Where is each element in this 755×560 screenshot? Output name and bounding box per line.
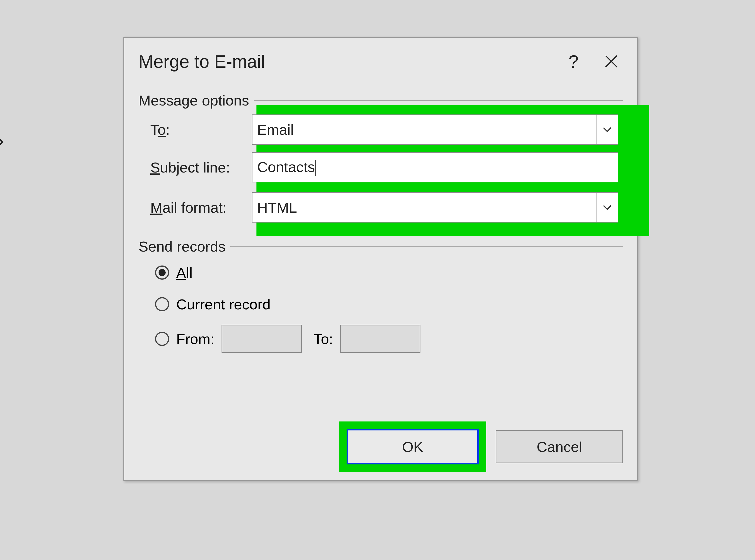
background-document-text: ess» bbox=[0, 128, 4, 153]
close-button[interactable] bbox=[592, 38, 630, 85]
radio-from[interactable] bbox=[155, 332, 169, 346]
send-records-label: Send records bbox=[139, 238, 623, 255]
mail-format-value: HTML bbox=[257, 199, 596, 216]
message-options-group: Message options To: Email Subject line: … bbox=[139, 92, 623, 226]
subject-value: Contacts bbox=[257, 159, 613, 176]
mail-format-row: Mail format: HTML bbox=[139, 188, 623, 226]
to-row: To: Email bbox=[139, 111, 623, 148]
radio-current-label: Current record bbox=[176, 296, 271, 313]
group-divider bbox=[230, 246, 623, 247]
radio-from-row[interactable]: From: To: bbox=[139, 320, 623, 358]
cancel-button[interactable]: Cancel bbox=[496, 430, 623, 463]
radio-all-row[interactable]: All bbox=[139, 257, 623, 288]
to-combobox[interactable]: Email bbox=[252, 115, 618, 145]
message-options-label-text: Message options bbox=[139, 92, 249, 109]
send-records-label-text: Send records bbox=[139, 238, 226, 255]
dialog-titlebar: Merge to E-mail ? bbox=[124, 38, 637, 85]
radio-dot-icon bbox=[159, 269, 166, 276]
from-input[interactable] bbox=[222, 325, 302, 353]
help-button[interactable]: ? bbox=[555, 38, 592, 85]
chevron-down-icon bbox=[596, 193, 618, 222]
mail-format-combobox[interactable]: HTML bbox=[252, 192, 618, 222]
to-range-input[interactable] bbox=[340, 325, 421, 353]
to-value: Email bbox=[257, 121, 596, 138]
radio-all[interactable] bbox=[155, 265, 169, 280]
tutorial-highlight-ok: OK bbox=[339, 421, 486, 472]
chevron-down-icon bbox=[596, 115, 618, 144]
radio-from-label: From: bbox=[176, 331, 215, 347]
radio-current-row[interactable]: Current record bbox=[139, 288, 623, 320]
dialog-body: Message options To: Email Subject line: … bbox=[124, 92, 637, 358]
dialog-title: Merge to E-mail bbox=[139, 51, 555, 72]
ok-button[interactable]: OK bbox=[347, 429, 479, 464]
subject-row: Subject line: Contacts bbox=[139, 148, 623, 186]
radio-all-label: All bbox=[176, 264, 192, 281]
close-icon bbox=[605, 55, 618, 68]
dialog-button-row: OK Cancel bbox=[339, 421, 623, 472]
to-label: To: bbox=[139, 121, 252, 138]
send-records-group: Send records All Current record From: To… bbox=[139, 238, 623, 358]
merge-to-email-dialog: Merge to E-mail ? Message options To: Em… bbox=[123, 37, 638, 481]
mail-format-label: Mail format: bbox=[139, 199, 252, 216]
subject-input[interactable]: Contacts bbox=[252, 152, 618, 182]
radio-current[interactable] bbox=[155, 297, 169, 311]
text-caret bbox=[315, 160, 316, 176]
to-range-label: To: bbox=[313, 331, 333, 347]
group-divider bbox=[254, 100, 623, 101]
subject-label: Subject line: bbox=[139, 159, 252, 176]
